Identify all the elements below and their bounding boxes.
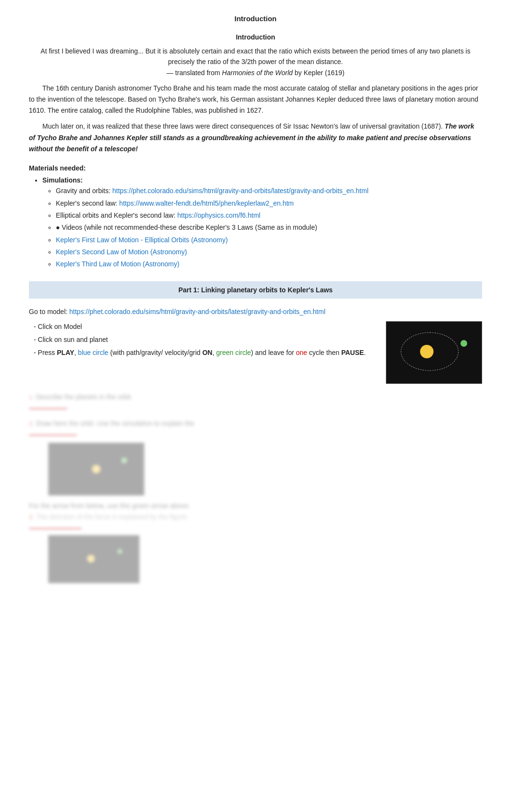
step-2: Click on sun and planet [34, 334, 376, 345]
sim-item-1: Gravity and orbits: https://phet.colorad… [56, 185, 482, 196]
blurred-planet [121, 458, 127, 463]
intro-heading: Introduction [29, 33, 482, 41]
simulations-label: Simulations: [42, 176, 83, 184]
blurred-planet-2 [117, 549, 122, 554]
video-link-2: Kepler's Second Law of Motion (Astronomy… [56, 247, 482, 257]
intro-paragraph-1: The 16th century Danish astronomer Tycho… [29, 83, 482, 116]
materials-section: Materials needed: Simulations: Gravity a… [29, 164, 482, 270]
simulation-links-list: Gravity and orbits: https://phet.colorad… [42, 185, 482, 233]
blurred-q2-num: 2. [29, 420, 34, 427]
blurred-question-1: 1. Describe the planets in the orbit. [29, 392, 482, 413]
quote-work: Harmonies of the World [222, 69, 293, 77]
planet-dot [460, 340, 467, 347]
sim-3-link[interactable]: https://ophysics.com/f6.html [177, 211, 260, 219]
blurred-bottom-text: For the arrow from below, use this green… [29, 502, 190, 510]
go-to-link[interactable]: https://phet.colorado.edu/sims/html/grav… [69, 308, 325, 315]
video-link-1: Kepler's First Law of Motion - Elliptica… [56, 235, 482, 245]
sim-3-label: Elliptical orbits and Kepler's second la… [56, 211, 177, 219]
blurred-q3-text: 3. The direction of the force is explain… [29, 511, 482, 533]
sim-thumbnail-1 [386, 321, 482, 384]
blue-circle-label: blue circle [78, 349, 108, 356]
part1-go-to: Go to model: https://phet.colorado.edu/s… [29, 306, 482, 317]
video-link-3: Kepler's Third Law of Motion (Astronomy) [56, 259, 482, 269]
sim-item-2: Kepler's second law: https://www.walter-… [56, 198, 482, 209]
blurred-q1-text: Describe the planets in the orbit. [36, 393, 133, 401]
on-label: ON [202, 349, 212, 356]
play-label: PLAY [57, 349, 74, 356]
step-3: Press PLAY, blue circle (with path/gravi… [34, 347, 376, 358]
sun-dot [420, 345, 434, 358]
quote-attribution: — translated from [166, 69, 222, 77]
page-title: Introduction [29, 14, 482, 23]
blurred-bottom: For the arrow from below, use this green… [29, 500, 482, 583]
blurred-q3-label: The direction of the force is explained … [36, 513, 189, 521]
intro-paragraph-2: Much later on, it was realized that thes… [29, 121, 482, 154]
go-to-label: Go to model: [29, 308, 69, 315]
video-1-link[interactable]: Kepler's First Law of Motion - Elliptica… [56, 236, 228, 244]
part1-body: Go to model: https://phet.colorado.edu/s… [29, 306, 482, 583]
blurred-q3-num: 3. [29, 513, 34, 521]
videos-label: Videos (while not recommended-these desc… [62, 223, 317, 231]
blurred-sim-image-2 [48, 535, 140, 583]
blurred-sun-2 [87, 555, 95, 563]
quote-block: At first I believed I was dreaming... Bu… [29, 46, 482, 78]
materials-list: Simulations: Gravity and orbits: https:/… [29, 175, 482, 270]
sim-1-label: Gravity and orbits: [56, 187, 113, 195]
sim-item-3: Elliptical orbits and Kepler's second la… [56, 210, 482, 221]
steps-list: Click on Model Click on sun and planet P… [29, 321, 376, 358]
one-label: one [296, 349, 307, 356]
bullet-label: ● [56, 223, 60, 231]
video-3-link[interactable]: Kepler's Third Law of Motion (Astronomy) [56, 260, 179, 268]
blurred-sun [92, 465, 101, 473]
redline-3 [29, 528, 82, 529]
part1-banner: Part 1: Linking planetary orbits to Kepl… [29, 281, 482, 299]
pause-label: PAUSE [341, 349, 364, 356]
simulations-item: Simulations: Gravity and orbits: https:/… [42, 175, 482, 270]
step-1: Click on Model [34, 321, 376, 332]
video-links-list: Kepler's First Law of Motion - Elliptica… [42, 235, 482, 270]
blurred-q2-text: Draw here the orbit. Use the simulation … [36, 419, 194, 427]
sim-2-link[interactable]: https://www.walter-fendt.de/html5/phen/k… [119, 199, 294, 207]
videos-item: ● Videos (while not recommended-these de… [56, 222, 482, 233]
instruction-text: Click on Model Click on sun and planet P… [29, 321, 376, 362]
green-circle-label: green circle [216, 349, 251, 356]
materials-heading: Materials needed: [29, 164, 482, 172]
redline-2 [29, 434, 77, 436]
video-2-link[interactable]: Kepler's Second Law of Motion (Astronomy… [56, 248, 187, 256]
sim-1-link[interactable]: https://phet.colorado.edu/sims/html/grav… [113, 187, 369, 195]
instruction-row: Click on Model Click on sun and planet P… [29, 321, 482, 384]
quote-text: At first I believed I was dreaming... Bu… [40, 47, 470, 65]
quote-author: by Kepler (1619) [293, 69, 344, 77]
redline-1 [29, 408, 67, 409]
para2-start: Much later on, it was realized that thes… [42, 122, 445, 130]
sim-2-label: Kepler's second law: [56, 199, 119, 207]
blurred-q1-num: 1. [29, 393, 34, 401]
blurred-question-2: 2. Draw here the orbit. Use the simulati… [29, 418, 482, 496]
blurred-sim-image-1 [48, 443, 144, 496]
